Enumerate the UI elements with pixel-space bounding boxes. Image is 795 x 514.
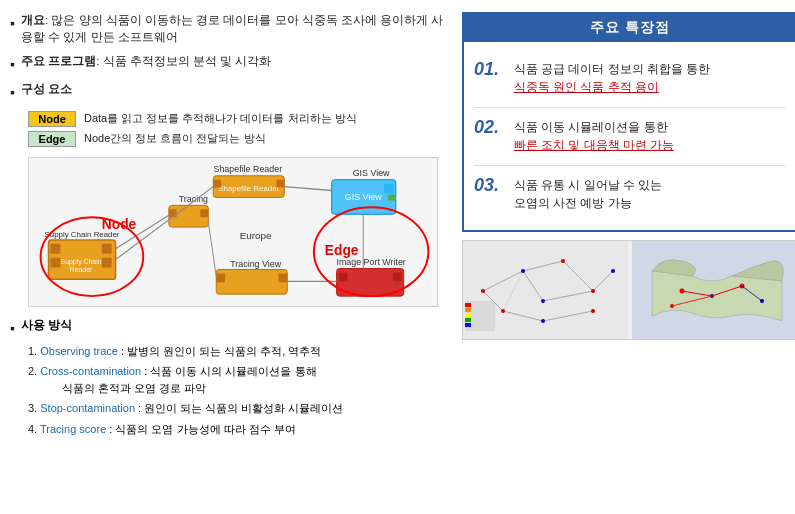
bullet-bold-2: 주요 프로그램 xyxy=(21,55,96,67)
svg-point-61 xyxy=(591,309,595,313)
svg-text:Shapefile Reader: Shapefile Reader xyxy=(214,163,283,173)
usage-item-2: 2. Cross-contamination : 식품 이동 시의 시뮬레이션을… xyxy=(28,363,450,396)
usage-num-1: 1. xyxy=(28,345,40,357)
node-edge-section: Node Data를 읽고 정보를 추적해나가 데이터를 처리하는 방식 Edg… xyxy=(28,111,450,147)
svg-rect-66 xyxy=(465,318,471,322)
usage-item-1: 1. Observing trace : 발병의 원인이 되는 식품의 추적, … xyxy=(28,343,450,360)
svg-rect-30 xyxy=(278,273,287,282)
svg-text:Image Port Writer: Image Port Writer xyxy=(336,256,405,266)
feature-num-2: 02. xyxy=(474,118,506,136)
bullet-2: ▪ 주요 프로그램: 식품 추적정보의 분석 및 시각화 xyxy=(10,53,450,75)
svg-text:Tracing View: Tracing View xyxy=(230,258,281,268)
bullet-text-3: 구성 요소 xyxy=(21,81,450,98)
bullet-text-1: 개요: 많은 양의 식품이 이동하는 경로 데이터를 모아 식중독 조사에 용이… xyxy=(21,12,450,47)
feature-text-3: 식품 유통 시 일어날 수 있는 오염의 사전 예방 가능 xyxy=(514,176,662,213)
svg-point-59 xyxy=(501,309,505,313)
svg-text:Shapefile Reader: Shapefile Reader xyxy=(218,183,279,192)
feature-item-1: 01. 식품 공급 데이터 정보의 취합을 통한 식중독 원인 식품 추적 용이 xyxy=(474,50,786,108)
svg-point-60 xyxy=(541,319,545,323)
svg-rect-33 xyxy=(339,272,348,281)
bullet-3: ▪ 구성 요소 xyxy=(10,81,450,103)
usage-title-text: 사용 방식 xyxy=(21,317,72,334)
bullet-text-2: 주요 프로그램: 식품 추적정보의 분석 및 시각화 xyxy=(21,53,450,70)
usage-list: 1. Observing trace : 발병의 원인이 되는 식품의 추적, … xyxy=(28,343,450,438)
node-item: Node Data를 읽고 정보를 추적해나가 데이터를 처리하는 방식 xyxy=(28,111,450,127)
svg-rect-21 xyxy=(102,243,112,253)
feature-line2-3: 오염의 사전 예방 가능 xyxy=(514,197,632,209)
usage-sep-4: : 식품의 오염 가능성에 따라 점수 부여 xyxy=(109,423,295,435)
feature-line2-2: 빠른 조치 및 대응책 마련 가능 xyxy=(514,139,674,151)
svg-rect-65 xyxy=(465,313,471,317)
map-left xyxy=(463,241,628,340)
svg-text:Supply Chain: Supply Chain xyxy=(61,257,102,265)
usage-num-2: 2. xyxy=(28,365,40,377)
main-container: ▪ 개요: 많은 양의 식품이 이동하는 경로 데이터를 모아 식중독 조사에 … xyxy=(0,0,795,514)
left-column: ▪ 개요: 많은 양의 식품이 이동하는 경로 데이터를 모아 식중독 조사에 … xyxy=(10,12,450,502)
node-desc: Data를 읽고 정보를 추적해나가 데이터를 처리하는 방식 xyxy=(84,111,357,126)
feature-line1-1: 식품 공급 데이터 정보의 취합을 통한 xyxy=(514,63,710,75)
usage-label-3: Stop-contamination xyxy=(40,402,135,414)
bullet-desc-1: 많은 양의 식품이 이동하는 경로 데이터를 모아 식중독 조사에 용이하게 사… xyxy=(21,14,443,43)
svg-rect-34 xyxy=(393,272,402,281)
svg-point-56 xyxy=(541,299,545,303)
usage-sep-3: : 원인이 되는 식품의 비활성화 시뮬레이션 xyxy=(138,402,343,414)
usage-num-3: 3. xyxy=(28,402,40,414)
svg-rect-63 xyxy=(465,303,471,307)
usage-label-1: Observing trace xyxy=(40,345,118,357)
svg-rect-9 xyxy=(384,183,394,193)
diagram-area: Shapefile Reader GIS View Shapefile Read… xyxy=(28,157,438,307)
svg-text:Edge: Edge xyxy=(325,241,359,257)
svg-rect-64 xyxy=(465,308,471,312)
diagram-svg: Shapefile Reader GIS View Shapefile Read… xyxy=(29,158,437,306)
feature-item-2: 02. 식품 이동 시뮬레이션을 통한 빠른 조치 및 대응책 마련 가능 xyxy=(474,108,786,166)
right-column: 주요 특장점 01. 식품 공급 데이터 정보의 취합을 통한 식중독 원인 식… xyxy=(462,12,795,502)
svg-text:GIS View: GIS View xyxy=(353,167,390,177)
edge-item: Edge Node간의 정보 흐름이 전달되는 방식 xyxy=(28,131,450,147)
svg-rect-10 xyxy=(388,194,396,200)
svg-text:GIS View: GIS View xyxy=(345,192,382,202)
edge-desc: Node간의 정보 흐름이 전달되는 방식 xyxy=(84,131,266,146)
bullet-1: ▪ 개요: 많은 양의 식품이 이동하는 경로 데이터를 모아 식중독 조사에 … xyxy=(10,12,450,47)
svg-point-53 xyxy=(481,289,485,293)
usage-sep-1: : 발병의 원인이 되는 식품의 추적, 역추적 xyxy=(121,345,321,357)
feature-num-1: 01. xyxy=(474,60,506,78)
map-area xyxy=(462,240,795,340)
svg-rect-20 xyxy=(50,257,60,267)
bullet-sq-2: ▪ xyxy=(10,54,15,75)
feature-text-2: 식품 이동 시뮬레이션을 통한 빠른 조치 및 대응책 마련 가능 xyxy=(514,118,674,155)
usage-label-2: Cross-contamination xyxy=(40,365,141,377)
edge-badge: Edge xyxy=(28,131,76,147)
features-header: 주요 특장점 xyxy=(464,14,795,42)
feature-line1-2: 식품 이동 시뮬레이션을 통한 xyxy=(514,121,668,133)
svg-rect-67 xyxy=(465,323,471,327)
feature-text-1: 식품 공급 데이터 정보의 취합을 통한 식중독 원인 식품 추적 용이 xyxy=(514,60,710,97)
bullet-sq-1: ▪ xyxy=(10,13,15,34)
feature-line2-1: 식중독 원인 식품 추적 용이 xyxy=(514,81,659,93)
usage-section: ▪ 사용 방식 1. Observing trace : 발병의 원인이 되는 … xyxy=(10,317,450,438)
svg-text:Europe: Europe xyxy=(240,229,272,240)
bullet-bold-1: 개요 xyxy=(21,14,45,26)
svg-rect-5 xyxy=(213,179,221,187)
svg-point-54 xyxy=(521,269,525,273)
svg-text:Reader: Reader xyxy=(70,266,93,273)
svg-rect-19 xyxy=(50,243,60,253)
node-badge: Node xyxy=(28,111,76,127)
map-right xyxy=(632,241,795,340)
usage-title: ▪ 사용 방식 xyxy=(10,317,450,339)
usage-item-3: 3. Stop-contamination : 원인이 되는 식품의 비활성화 … xyxy=(28,400,450,417)
svg-rect-22 xyxy=(102,257,112,267)
usage-label-4: Tracing score xyxy=(40,423,106,435)
features-content: 01. 식품 공급 데이터 정보의 취합을 통한 식중독 원인 식품 추적 용이… xyxy=(464,42,795,230)
svg-rect-29 xyxy=(216,273,225,282)
usage-bullet-sq: ▪ xyxy=(10,318,15,339)
svg-point-58 xyxy=(611,269,615,273)
feature-line1-3: 식품 유통 시 일어날 수 있는 xyxy=(514,179,662,191)
svg-rect-14 xyxy=(169,209,177,217)
features-box: 주요 특장점 01. 식품 공급 데이터 정보의 취합을 통한 식중독 원인 식… xyxy=(462,12,795,232)
svg-rect-6 xyxy=(276,179,284,187)
feature-num-3: 03. xyxy=(474,176,506,194)
feature-item-3: 03. 식품 유통 시 일어날 수 있는 오염의 사전 예방 가능 xyxy=(474,166,786,223)
svg-rect-15 xyxy=(200,209,208,217)
bullet-sq-3: ▪ xyxy=(10,82,15,103)
svg-point-57 xyxy=(591,289,595,293)
